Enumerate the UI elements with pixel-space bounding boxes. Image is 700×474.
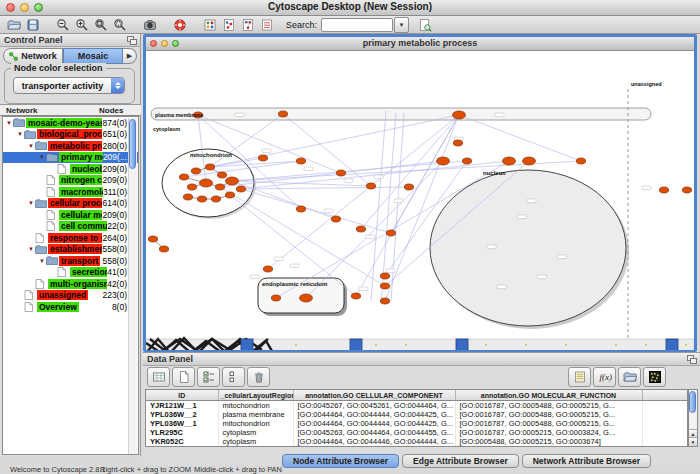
table-cell[interactable]: mitochondrion [218, 446, 293, 447]
table-row[interactable]: YPL036W__1mitochondrion[GO:0044464, GO:0… [146, 419, 687, 428]
table-cell[interactable]: [GO:0044464, GO:0044446, GO:0044444, G..… [293, 437, 455, 446]
attribute-wizard-icon[interactable] [257, 17, 276, 33]
network-canvas[interactable]: plasma membranecytoplasmmitochondrionnuc… [146, 51, 694, 350]
tree-expander-icon[interactable]: ▼ [5, 120, 13, 126]
zoom-fit-icon[interactable] [91, 17, 110, 33]
network-node[interactable] [331, 216, 340, 222]
network-node[interactable] [576, 158, 585, 164]
network-node[interactable] [380, 273, 389, 279]
tree-expander-icon[interactable]: ▼ [16, 131, 24, 137]
network-tree-row[interactable]: cell communicat22(0) [3, 221, 138, 233]
table-cell[interactable]: mitochondrion [218, 401, 293, 411]
network-node[interactable] [225, 192, 234, 198]
network-tree-row[interactable]: response to stimulu264(0) [3, 232, 138, 244]
tree-expander-icon[interactable]: ▼ [27, 200, 35, 206]
table-row[interactable]: YKR052Ccytoplasm[GO:0044464, GO:0044446,… [146, 437, 687, 446]
network-node[interactable] [236, 186, 245, 192]
table-cell[interactable]: YDR039C__1 [146, 446, 218, 447]
network-tree-row[interactable]: ▼biological_process651(0) [3, 129, 138, 141]
network-node[interactable] [462, 158, 471, 164]
network-node[interactable] [682, 187, 691, 193]
network-node[interactable] [179, 174, 188, 180]
network-node[interactable] [386, 230, 395, 236]
table-cell[interactable]: [GO:0016787, GO:0005488, GO:0005215, G..… [455, 401, 642, 411]
manage-networks-icon[interactable] [200, 17, 219, 33]
import-table-icon[interactable] [238, 17, 257, 33]
table-cell[interactable]: [GO:0016787, GO:0005215, GO:0003824, G..… [455, 428, 642, 437]
table-cell[interactable]: [GO:0044464, GO:0044444, GO:0044425, G..… [293, 419, 455, 428]
table-cell[interactable]: YPL036W__2 [146, 410, 218, 419]
network-node[interactable] [226, 177, 239, 185]
import-attribute-file-icon[interactable] [618, 367, 641, 387]
network-tree-row[interactable]: Overview8(0) [3, 301, 138, 313]
network-tree-row[interactable]: macromolecule311(0) [3, 186, 138, 198]
attribute-list-icon[interactable] [222, 367, 245, 387]
network-tree-row[interactable]: ▼cellular process614(0) [3, 198, 138, 210]
table-cell[interactable]: [GO:0045263, GO:0044464, GO:0044455, G..… [293, 428, 455, 437]
network-node[interactable] [215, 184, 224, 190]
search-dropdown-button[interactable]: ▼ [394, 17, 409, 33]
network-node[interactable] [258, 155, 267, 161]
table-scrollbar-thumb[interactable] [689, 391, 696, 413]
table-cell[interactable]: plasma membrane [218, 410, 293, 419]
network-tree-row[interactable]: nitrogen compo209(0) [3, 175, 138, 187]
notes-icon[interactable] [568, 367, 591, 387]
network-node[interactable] [356, 226, 365, 232]
network-node[interactable] [278, 111, 287, 117]
network-node[interactable] [187, 184, 196, 190]
table-cell[interactable]: mitochondrion [218, 419, 293, 428]
attribute-matrix-icon[interactable] [643, 367, 666, 387]
network-node[interactable] [380, 283, 389, 289]
formula-builder-icon[interactable]: f(x) [593, 367, 616, 387]
table-cell[interactable]: YLR295C [146, 428, 218, 437]
tree-scrollbar[interactable] [128, 118, 137, 455]
network-tree-row[interactable]: ▼transport558(0) [3, 255, 138, 267]
network-tree-row[interactable]: secretion41(0) [3, 267, 138, 279]
table-scrollbar[interactable]: ▲ ▼ [688, 389, 698, 447]
table-cell[interactable]: [GO:0016787, GO:0005488, GO:0005215, G..… [455, 419, 642, 428]
network-node[interactable] [263, 266, 272, 272]
table-cell[interactable]: [GO:0005488, GO:0005215, GO:0003674] [455, 437, 642, 446]
network-node[interactable] [197, 196, 206, 202]
network-node[interactable] [159, 246, 168, 252]
save-session-icon[interactable] [23, 17, 42, 33]
import-network-icon[interactable] [219, 17, 238, 33]
network-node[interactable] [296, 206, 305, 212]
column-header[interactable]: annotation.GO MOLECULAR_FUNCTION [455, 390, 642, 401]
tab-network[interactable]: Network [3, 48, 63, 64]
network-node[interactable] [523, 157, 536, 165]
network-node[interactable] [191, 168, 200, 174]
delete-attribute-icon[interactable] [247, 367, 270, 387]
network-tree-row[interactable]: ▼establishment of lo558(0) [3, 244, 138, 256]
tree-column-network[interactable]: Network [6, 106, 38, 115]
network-node[interactable] [271, 295, 280, 301]
network-tree-row[interactable]: multi-organism pro42(0) [3, 278, 138, 290]
tree-scrollbar-thumb[interactable] [129, 119, 136, 169]
help-lifebuoy-icon[interactable] [170, 17, 189, 33]
network-node[interactable] [366, 183, 375, 189]
select-attributes-icon[interactable] [147, 367, 170, 387]
network-tree-row[interactable]: ▼metabolic process280(0) [3, 140, 138, 152]
network-node[interactable] [659, 187, 668, 193]
tree-expander-icon[interactable]: ▼ [38, 154, 46, 160]
table-cell[interactable]: cytoplasm [218, 437, 293, 446]
network-node[interactable] [200, 179, 213, 187]
network-tree-row[interactable]: unassigned223(0) [3, 290, 138, 302]
network-node[interactable] [380, 298, 389, 304]
tree-expander-icon[interactable]: ▼ [27, 246, 35, 252]
table-cell[interactable]: YJR121W__1 [146, 401, 218, 411]
network-tree-row[interactable]: ▼primary metabo209(... [3, 152, 138, 164]
table-cell[interactable]: YKR052C [146, 437, 218, 446]
search-input[interactable] [321, 18, 393, 32]
network-node[interactable] [453, 111, 466, 119]
network-node[interactable] [503, 157, 516, 165]
table-cell[interactable]: [GO:0044464, GO:0044444, GO:0044425, G..… [293, 410, 455, 419]
attribute-batch-icon[interactable] [197, 367, 220, 387]
table-cell[interactable]: [GO:0016787, GO:0005488, GO:0005215, G..… [455, 446, 642, 447]
network-node[interactable] [296, 158, 305, 164]
float-panel-icon[interactable] [127, 36, 136, 44]
network-node[interactable] [300, 294, 313, 302]
network-tree-row[interactable]: cellular metabo209(0) [3, 209, 138, 221]
tree-expander-icon[interactable]: ▼ [38, 258, 46, 264]
network-node[interactable] [404, 184, 413, 190]
